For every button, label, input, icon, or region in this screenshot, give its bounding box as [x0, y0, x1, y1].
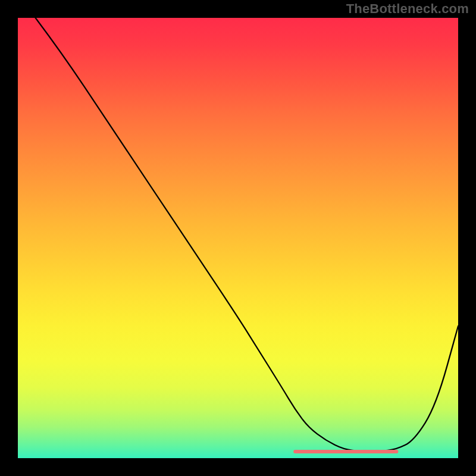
bottleneck-curve-path [36, 18, 458, 452]
watermark-text: TheBottleneck.com [346, 1, 469, 17]
curve-svg [18, 18, 458, 458]
chart-frame: TheBottleneck.com [0, 0, 476, 476]
plot-area [18, 18, 458, 458]
